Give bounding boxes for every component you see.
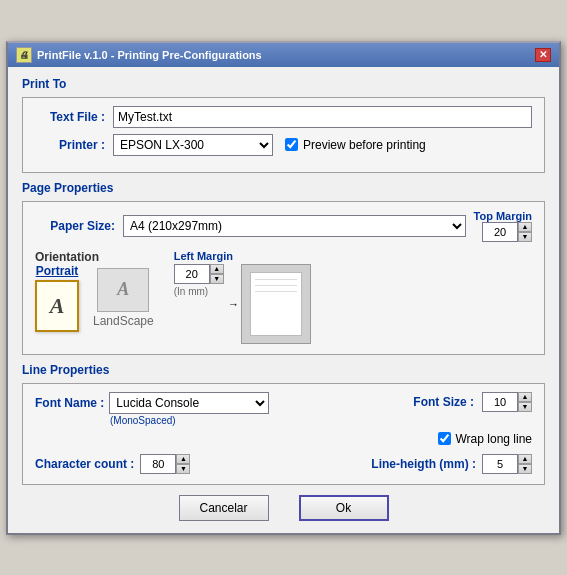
font-size-spinner-btns: ▲ ▼ [518,392,532,412]
top-margin-spinner: ▲ ▼ [482,222,532,242]
cancel-button[interactable]: Cancelar [179,495,269,521]
font-size-label: Font Size : [413,395,474,409]
window-body: Print To Text File : Printer : EPSON LX-… [8,67,559,533]
page-properties-group: Paper Size: A4 (210x297mm) Top Margin ▲ … [22,201,545,355]
paper-size-label: Paper Size: [35,219,115,233]
top-margin-up[interactable]: ▲ [518,222,532,232]
preview-checkbox-row: Preview before printing [285,138,426,152]
page-preview-area: ↓ → [241,264,311,344]
portrait-landscape-row: Portrait A A LandScape [35,264,154,332]
line-height-spinner-btns: ▲ ▼ [518,454,532,474]
portrait-button[interactable]: Portrait A [35,264,79,332]
line-height-row: Line-heigth (mm) : ▲ ▼ [371,454,532,474]
line-height-up[interactable]: ▲ [518,454,532,464]
font-name-col: Font Name : Lucida Console (MonoSpaced) [35,392,269,426]
wrap-checkbox[interactable] [438,432,451,445]
orientation-margin-row: Orientation Portrait A A [35,250,532,344]
left-margin-spinner: ▲ ▼ [174,264,224,284]
ok-button[interactable]: Ok [299,495,389,521]
arrow-right-icon: → [228,298,239,310]
paper-size-row: Paper Size: A4 (210x297mm) Top Margin ▲ … [35,210,532,242]
font-size-spinner: ▲ ▼ [482,392,532,412]
printer-select[interactable]: EPSON LX-300 [113,134,273,156]
orientation-label: Orientation [35,250,99,264]
print-to-group: Text File : Printer : EPSON LX-300 Previ… [22,97,545,173]
line-height-spinner: ▲ ▼ [482,454,532,474]
title-bar: 🖨 PrintFile v.1.0 - Printing Pre-Configu… [8,43,559,67]
text-file-label: Text File : [35,110,105,124]
left-margin-input[interactable] [174,264,210,284]
left-margin-down[interactable]: ▼ [210,274,224,284]
char-count-row: Character count : ▲ ▼ [35,454,190,474]
title-bar-left: 🖨 PrintFile v.1.0 - Printing Pre-Configu… [16,47,262,63]
font-size-up[interactable]: ▲ [518,392,532,402]
line-height-down[interactable]: ▼ [518,464,532,474]
line-height-label: Line-heigth (mm) : [371,457,476,471]
char-count-label: Character count : [35,457,134,471]
left-margin-label: Left Margin [174,250,233,262]
line-properties-group: Font Name : Lucida Console (MonoSpaced) … [22,383,545,485]
char-count-spinner-btns: ▲ ▼ [176,454,190,474]
bottom-counts-row: Character count : ▲ ▼ Line-heigth (mm) : [35,454,532,474]
preview-label: Preview before printing [303,138,426,152]
portrait-thumb-letter: A [50,293,65,319]
landscape-label: LandScape [93,314,154,328]
in-mm-label: (In mm) [174,286,208,297]
wrap-label: Wrap long line [456,432,533,446]
close-button[interactable]: ✕ [535,48,551,62]
font-name-select[interactable]: Lucida Console [109,392,269,414]
top-margin-spinner-btns: ▲ ▼ [518,222,532,242]
char-count-spinner: ▲ ▼ [140,454,190,474]
print-to-label: Print To [22,77,545,91]
preview-line-3 [255,291,297,292]
paper-size-select[interactable]: A4 (210x297mm) [123,215,466,237]
landscape-thumb: A [97,268,149,312]
char-count-down[interactable]: ▼ [176,464,190,474]
font-size-row: Font Size : ▲ ▼ [413,392,532,412]
left-margin-area: Left Margin ▲ ▼ (In mm) [174,250,233,297]
bottom-buttons-row: Cancelar Ok [22,495,545,521]
printer-label: Printer : [35,138,105,152]
top-margin-label: Top Margin [474,210,532,222]
printer-row: Printer : EPSON LX-300 Preview before pr… [35,134,532,156]
app-icon: 🖨 [16,47,32,63]
top-margin-down[interactable]: ▼ [518,232,532,242]
text-file-row: Text File : [35,106,532,128]
mono-label: (MonoSpaced) [110,415,269,426]
top-margin-input[interactable] [482,222,518,242]
window-title: PrintFile v.1.0 - Printing Pre-Configura… [37,49,262,61]
line-height-input[interactable] [482,454,518,474]
char-count-up[interactable]: ▲ [176,454,190,464]
landscape-thumb-letter: A [117,279,129,300]
page-preview-inner [250,272,302,336]
preview-line-1 [255,279,297,280]
preview-line-2 [255,285,297,286]
line-properties-section: Line Properties Font Name : Lucida Conso… [22,363,545,485]
char-count-input[interactable] [140,454,176,474]
left-margin-spinner-btns: ▲ ▼ [210,264,224,284]
page-properties-section: Page Properties Paper Size: A4 (210x297m… [22,181,545,355]
line-properties-label: Line Properties [22,363,545,377]
landscape-group[interactable]: A LandScape [93,268,154,328]
font-size-down[interactable]: ▼ [518,402,532,412]
page-preview-box: → [241,264,311,344]
preview-checkbox[interactable] [285,138,298,151]
wrap-row: Wrap long line [35,432,532,446]
font-row: Font Name : Lucida Console (MonoSpaced) … [35,392,532,426]
text-file-input[interactable] [113,106,532,128]
orientation-box: Orientation Portrait A A [35,250,154,332]
font-size-input[interactable] [482,392,518,412]
font-name-row: Font Name : Lucida Console [35,392,269,414]
page-properties-label: Page Properties [22,181,545,195]
main-window: 🖨 PrintFile v.1.0 - Printing Pre-Configu… [6,41,561,535]
font-name-label: Font Name : [35,396,104,410]
left-margin-up[interactable]: ▲ [210,264,224,274]
print-to-section: Print To Text File : Printer : EPSON LX-… [22,77,545,173]
portrait-thumb: A [35,280,79,332]
portrait-label: Portrait [36,264,79,278]
